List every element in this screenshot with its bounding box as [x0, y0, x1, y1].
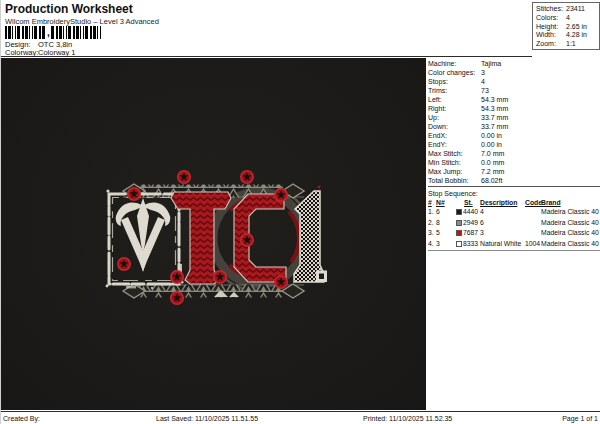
- machine-row: Machine:Tajima: [428, 59, 600, 68]
- machine-row-label: Down:: [428, 122, 481, 131]
- machine-row: Down:33.7 mm: [428, 122, 600, 131]
- machine-row: Trims:73: [428, 86, 600, 95]
- machine-row: Max Stitch:7.0 mm: [428, 149, 600, 158]
- machine-row-value: 73: [481, 86, 489, 95]
- header: Production Worksheet Wilcom EmbroiderySt…: [1, 0, 532, 57]
- machine-row-label: Stops:: [428, 77, 481, 86]
- stop-row-stitches: 8333: [463, 239, 478, 250]
- machine-row-label: Color changes:: [428, 68, 481, 77]
- stop-row-stitch-cell: 7687: [456, 228, 480, 239]
- col-num: #: [428, 198, 436, 207]
- stop-row-num: 4.: [428, 239, 436, 250]
- machine-row: Color changes:3: [428, 68, 600, 77]
- stop-marker-icon: [275, 276, 287, 288]
- machine-row: Max Jump:7.2 mm: [428, 167, 600, 176]
- stop-marker-icon: [128, 188, 140, 200]
- stop-row-description: 3: [480, 228, 525, 239]
- stats-row: Stitches:23411: [536, 5, 599, 14]
- machine-row-label: EndX:: [428, 131, 481, 140]
- design-canvas: [1, 58, 426, 410]
- stop-row-num: 3.: [428, 228, 436, 239]
- machine-row: Stops:4: [428, 77, 600, 86]
- machine-row: Total Bobbin:68.02ft: [428, 176, 600, 185]
- production-worksheet-page: Production Worksheet Wilcom EmbroiderySt…: [0, 0, 600, 424]
- machine-row-label: Up:: [428, 113, 481, 122]
- stop-marker-icon: [171, 271, 183, 283]
- stop-marker-icon: [214, 271, 226, 283]
- machine-row-value: 7.2 mm: [481, 167, 504, 176]
- thread-color-swatch: [456, 241, 462, 247]
- stop-sequence-row: 3.576873Madeira Classic 40: [428, 228, 600, 239]
- machine-row-value: 7.0 mm: [481, 149, 504, 158]
- created-by-label: Created By:: [3, 415, 40, 422]
- stop-marker-icon: [241, 171, 253, 183]
- stop-row-stitches: 2949: [463, 218, 478, 229]
- machine-row-value: 33.7 mm: [481, 122, 508, 131]
- stop-row-needle: 6: [436, 207, 456, 218]
- machine-row-value: 68.02ft: [481, 176, 502, 185]
- machine-row-value: 3: [481, 68, 485, 77]
- stop-sequence-header: # N# St. Description Code Brand: [428, 198, 600, 207]
- stop-marker-icon: [118, 258, 130, 270]
- stop-row-code: 1004: [525, 239, 541, 250]
- colorway-row: Colorway: Colorway 1: [5, 48, 76, 57]
- stats-row-value: 2.65 in: [566, 23, 587, 32]
- stop-row-brand: Madeira Classic 40: [541, 239, 600, 250]
- period-mark: [316, 271, 327, 283]
- stats-row-label: Height:: [536, 23, 566, 32]
- stop-marker-icon: [275, 189, 287, 201]
- printed-label: Printed: 11/10/2025 11.52.35: [363, 415, 452, 422]
- stats-row-value: 1:1: [566, 40, 576, 49]
- stop-row-needle: 5: [436, 228, 456, 239]
- stats-row: Zoom:1:1: [536, 40, 599, 49]
- thread-color-swatch: [456, 209, 462, 215]
- stats-row-label: Zoom:: [536, 40, 566, 49]
- machine-row: Min Stitch:0.0 mm: [428, 158, 600, 167]
- right-panel: Machine:TajimaColor changes:3Stops:4Trim…: [428, 59, 600, 251]
- machine-row-value: 33.7 mm: [481, 113, 508, 122]
- stats-row-value: 23411: [566, 5, 585, 14]
- stats-row-value: 4.28 in: [566, 31, 587, 40]
- stop-row-brand: Madeira Classic 40: [541, 207, 600, 218]
- stop-sequence-rows: 1.644404Madeira Classic 402.829496Madeir…: [428, 207, 600, 249]
- stop-row-brand: Madeira Classic 40: [541, 228, 600, 239]
- machine-row-value: 0.00 in: [481, 131, 502, 140]
- col-description: Description: [480, 198, 525, 207]
- stop-row-description: 6: [480, 218, 525, 229]
- machine-row-value: 0.00 in: [481, 140, 502, 149]
- stop-row-needle: 8: [436, 218, 456, 229]
- stop-marker-icon: [241, 234, 253, 246]
- machine-row-value: 4: [481, 77, 485, 86]
- machine-row-label: Trims:: [428, 86, 481, 95]
- machine-row-value: 54.3 mm: [481, 95, 508, 104]
- footer: Created By: Last Saved: 11/10/2025 11.51…: [1, 411, 600, 424]
- stop-row-stitches: 4440: [463, 207, 478, 218]
- thread-color-swatch: [456, 220, 462, 226]
- stop-row-num: 1.: [428, 207, 436, 218]
- machine-row: Right:54.3 mm: [428, 104, 600, 113]
- stop-row-brand: Madeira Classic 40: [541, 218, 600, 229]
- machine-row-label: Machine:: [428, 59, 481, 68]
- thread-accent: [318, 186, 321, 189]
- col-brand: Brand: [541, 198, 600, 207]
- machine-row: EndX:0.00 in: [428, 131, 600, 140]
- colorway-value: Colorway 1: [38, 48, 76, 57]
- col-n: N#: [436, 198, 456, 207]
- machine-row-value: Tajima: [481, 59, 501, 68]
- stop-sequence-row: 1.644404Madeira Classic 40: [428, 207, 600, 218]
- stop-row-num: 2.: [428, 218, 436, 229]
- stats-row: Colors:4: [536, 14, 599, 23]
- stop-sequence-table: # N# St. Description Code Brand 1.644404…: [428, 198, 600, 251]
- stats-row-label: Stitches:: [536, 5, 566, 14]
- machine-row: Left:54.3 mm: [428, 95, 600, 104]
- stats-row-value: 4: [566, 14, 570, 23]
- machine-row-label: Min Stitch:: [428, 158, 481, 167]
- stop-row-description: 4: [480, 207, 525, 218]
- thread-color-swatch: [456, 230, 462, 236]
- app-subtitle: Wilcom EmbroideryStudio – Level 3 Advanc…: [5, 17, 159, 26]
- machine-row-label: EndY:: [428, 140, 481, 149]
- design-barcode: [5, 26, 101, 39]
- stop-row-stitch-cell: 2949: [456, 218, 480, 229]
- machine-row-label: Total Bobbin:: [428, 176, 481, 185]
- stop-row-stitches: 7687: [463, 228, 478, 239]
